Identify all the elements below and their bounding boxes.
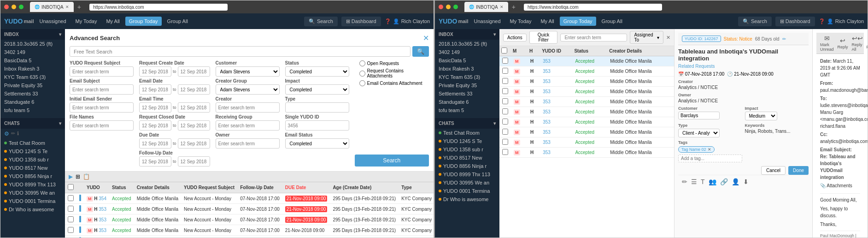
right-chat-item-2[interactable]: YUDO 1358 sub r — [435, 145, 499, 154]
yudo-request-subject-input[interactable] — [70, 66, 134, 77]
single-yudo-id-input[interactable] — [285, 120, 349, 131]
mark-unread-action[interactable]: ✉ Mark Unread — [820, 35, 834, 52]
right-list-row[interactable]: M H 353 Accepted Middle Office Manila — [499, 117, 674, 127]
right-chat-item-6[interactable]: YUDO 30995 We an — [435, 178, 499, 187]
right-chat-item-8[interactable]: Dr Who is awesome — [435, 195, 499, 203]
right-chat-item-4[interactable]: YUDO 8856 Ninja r — [435, 162, 499, 170]
right-sidebar-item-6[interactable]: Settlements 33 — [435, 89, 499, 98]
nav-my-today[interactable]: My Today — [72, 17, 101, 26]
type-select[interactable]: Client - Analytics 2 — [678, 129, 720, 137]
maximize-dot[interactable] — [19, 5, 23, 9]
right-row-cb-2[interactable] — [502, 78, 508, 84]
right-row-cb-9[interactable] — [502, 149, 508, 155]
search-panel-close[interactable]: ✕ — [423, 34, 429, 42]
right-chat-item-1[interactable]: YUDO 1245 S Te — [435, 137, 499, 145]
right-sidebar-item-3[interactable]: Inbox Rakesh 3 — [435, 65, 499, 73]
link-icon[interactable]: 🔗 — [720, 178, 728, 185]
chat-item-0[interactable]: Test Chat Room — [0, 139, 65, 147]
done-button[interactable]: Done — [788, 166, 809, 175]
right-nav-group-all[interactable]: Group All — [598, 17, 626, 26]
status-select[interactable]: Completed — [285, 66, 349, 77]
right-list-row[interactable]: M H 353 Accepted Middle Office Manila — [499, 97, 674, 107]
right-list-row[interactable]: M H 353 Accepted Middle Office Manila — [499, 56, 674, 66]
cancel-button[interactable]: Cancel — [761, 166, 786, 175]
right-list-row[interactable]: M H 353 Accepted Middle Office Manila — [499, 107, 674, 117]
chat-item-2[interactable]: YUDO 1358 sub r — [0, 155, 65, 164]
download-icon[interactable]: ⬇ — [743, 178, 749, 185]
actions-button[interactable]: Actions — [503, 34, 527, 42]
chat-actions-icon[interactable]: ⚙ — [4, 131, 9, 137]
right-chat-item-0[interactable]: Test Chat Room — [435, 129, 499, 137]
sidebar-item-5[interactable]: Private Equity 35 — [0, 81, 65, 89]
right-sidebar-item-5[interactable]: Private Equity 35 — [435, 81, 499, 89]
email-time-from[interactable] — [139, 102, 171, 113]
right-tab-close-icon[interactable]: ✕ — [500, 5, 504, 9]
filter-close-icon[interactable]: ✕ — [666, 35, 670, 41]
inbox-section-header[interactable]: INBOX ▾ — [0, 29, 65, 40]
nav-group-all[interactable]: Group All — [164, 17, 192, 26]
due-date-from[interactable] — [139, 138, 171, 149]
sidebar-item-6[interactable]: Settlements 33 — [0, 89, 65, 98]
sidebar-item-1[interactable]: 3402 149 — [0, 48, 65, 56]
pencil-icon[interactable]: ✏ — [682, 178, 687, 185]
right-row-cb-6[interactable] — [502, 119, 508, 125]
right-list-row[interactable]: M H 353 Accepted Middle Office Manila — [499, 66, 674, 77]
create-date-to[interactable] — [178, 66, 210, 77]
receiving-group-input[interactable] — [216, 120, 280, 131]
right-help-icon[interactable]: ❓ — [819, 18, 825, 24]
right-chats-section-header[interactable]: CHATS ▾ — [435, 118, 499, 129]
owner-input[interactable] — [216, 138, 280, 149]
right-row-cb-5[interactable] — [502, 108, 508, 114]
due-date-to[interactable] — [178, 138, 210, 149]
close-dot[interactable] — [4, 5, 9, 9]
row-cb-0[interactable] — [68, 195, 74, 201]
right-user-icon[interactable]: 👤 — [827, 18, 833, 24]
sidebar-item-4[interactable]: KYC Team 635 (3) — [0, 73, 65, 81]
chat-item-6[interactable]: YUDO 30995 We an — [0, 189, 65, 197]
search-button[interactable]: 🔍 Search — [304, 17, 338, 26]
free-text-search-button[interactable]: 🔍 — [412, 46, 429, 57]
right-chat-item-7[interactable]: YUDO 0001 Termina — [435, 187, 499, 195]
nav-my-all[interactable]: My All — [102, 17, 123, 26]
row-cb-2[interactable] — [68, 216, 74, 222]
reply-all-action[interactable]: ↩↩ Reply All — [852, 35, 863, 52]
right-list-row[interactable]: M H 353 Accepted Middle Office Manila — [499, 77, 674, 87]
right-select-all[interactable] — [501, 48, 507, 54]
nav-unassigned[interactable]: Unassigned — [35, 17, 70, 26]
email-date-to[interactable] — [178, 84, 210, 95]
chat-item-4[interactable]: YUDO 8856 Ninja r — [0, 172, 65, 180]
free-text-input[interactable] — [70, 46, 411, 57]
chats-section-header[interactable]: CHATS ▾ — [0, 118, 65, 129]
select-all-checkbox[interactable] — [68, 184, 74, 190]
chat-edit-icon[interactable]: ✏ — [11, 131, 15, 137]
tab-close-icon[interactable]: ✕ — [65, 5, 69, 9]
nav-group-today[interactable]: Group Today — [125, 17, 162, 26]
filter-search-input[interactable] — [560, 34, 627, 42]
sidebar-item-8[interactable]: tofu team 5 — [0, 106, 65, 114]
right-chat-item-5[interactable]: YUDO 8999 Thx 113 — [435, 170, 499, 178]
right-sidebar-item-4[interactable]: KYC Team 635 (3) — [435, 73, 499, 81]
forward-action[interactable]: ↪ Forward — [867, 37, 868, 49]
add-tag-input[interactable] — [678, 155, 742, 162]
tag-1-close[interactable]: ✕ — [708, 147, 711, 152]
radio-open-requests-input[interactable] — [359, 60, 365, 66]
right-list-row[interactable]: M H 353 Accepted Middle Office Manila — [499, 87, 674, 97]
chat-item-8[interactable]: Dr Who is awesome — [0, 205, 65, 214]
minimize-dot[interactable] — [12, 5, 16, 9]
type-input[interactable] — [285, 102, 349, 113]
create-date-from[interactable] — [139, 66, 171, 77]
chat-item-5[interactable]: YUDO 8999 Thx 113 — [0, 180, 65, 189]
row-cb-3[interactable] — [68, 227, 74, 233]
chat-item-1[interactable]: YUDO 1245 S Te — [0, 147, 65, 155]
assigned-to-dropdown[interactable]: Assigned To ▾ — [630, 31, 663, 44]
right-list-row[interactable]: M H 353 Accepted Middle Office Manila — [499, 127, 674, 137]
users-icon[interactable]: 👥 — [709, 178, 716, 185]
right-address-bar[interactable]: https://www.inbotiqa.com — [524, 4, 662, 11]
chat-item-3[interactable]: YUDO 8517 New — [0, 164, 65, 172]
right-row-cb-8[interactable] — [502, 139, 508, 145]
reply-action[interactable]: ↩ Reply — [838, 37, 848, 49]
customer-select[interactable]: Adam Stevens — [216, 66, 280, 77]
radio-contains-attachments-input[interactable] — [359, 71, 365, 77]
sidebar-item-3[interactable]: Inbox Rakesh 3 — [0, 65, 65, 73]
right-row-cb-4[interactable] — [502, 98, 508, 104]
